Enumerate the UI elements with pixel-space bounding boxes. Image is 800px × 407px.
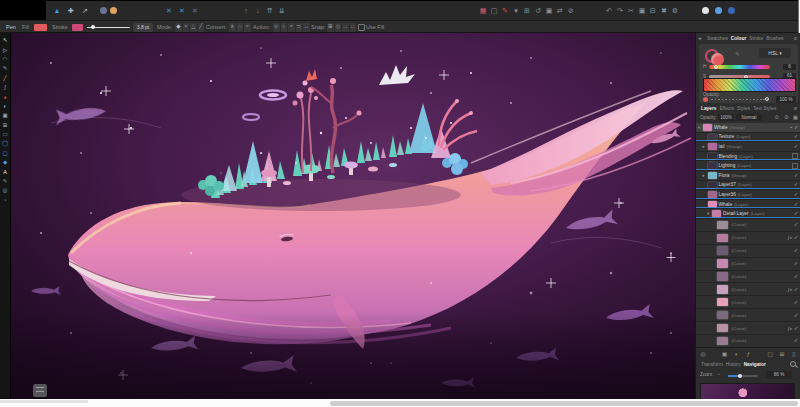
zoom-icon[interactable]: ◦ bbox=[718, 370, 720, 379]
move-to-front-icon[interactable]: ⇈ bbox=[265, 4, 275, 16]
arrange-icon-1[interactable]: ✕ bbox=[164, 4, 174, 16]
undo-icon[interactable]: ↶ bbox=[604, 4, 614, 16]
layer-thumbnail[interactable] bbox=[708, 182, 717, 189]
move-backward-icon[interactable]: ↓ bbox=[253, 4, 263, 16]
layer-row[interactable]: ▾Whale(Group)▪✓ bbox=[696, 123, 800, 133]
layer-thumbnail[interactable] bbox=[708, 172, 717, 179]
visibility-checkbox-checked-icon[interactable]: ✓ bbox=[794, 248, 798, 253]
tab-brushes[interactable]: Brushes bbox=[766, 36, 784, 41]
tab-colour[interactable]: Colour bbox=[731, 36, 746, 41]
zoom-slider[interactable] bbox=[728, 375, 758, 377]
layer-row[interactable]: (Curve)✓ bbox=[696, 335, 800, 347]
layer-effects-icon[interactable]: ƒ bbox=[745, 349, 753, 358]
tab-swatches[interactable]: Swatches bbox=[707, 36, 728, 41]
snap-geometry-icon[interactable]: ∷ bbox=[350, 23, 357, 32]
transform-anchor-icon[interactable]: ✚ bbox=[66, 4, 76, 16]
layer-row[interactable]: ▸tail(Group)✓ bbox=[696, 142, 800, 152]
fx-icon[interactable]: ƒx bbox=[787, 287, 792, 292]
visibility-checkbox-checked-icon[interactable]: ✓ bbox=[794, 300, 798, 305]
join-curves-icon[interactable]: ⊃ bbox=[296, 23, 303, 32]
visibility-checkbox-checked-icon[interactable]: ✓ bbox=[794, 211, 798, 216]
layer-row[interactable]: (Curve)✓ bbox=[696, 258, 800, 271]
tab-history[interactable]: History bbox=[726, 362, 741, 367]
layer-thumbnail[interactable] bbox=[708, 153, 717, 160]
tab-transform[interactable]: Transform bbox=[701, 362, 723, 367]
artistic-text-tool-icon[interactable]: A bbox=[1, 169, 10, 175]
layer-thumbnail[interactable] bbox=[717, 324, 728, 333]
fill-swatch[interactable] bbox=[34, 24, 47, 31]
layer-row[interactable]: (Curve)ƒx✓ bbox=[696, 322, 800, 335]
snap-manager-icon[interactable]: ⊞ bbox=[522, 4, 532, 16]
zoom-slider-knob[interactable] bbox=[738, 374, 742, 378]
layer-row[interactable]: (Curve)✓ bbox=[696, 271, 800, 284]
copy-icon[interactable]: ▣ bbox=[637, 4, 647, 16]
opacity-slider[interactable] bbox=[711, 99, 769, 100]
layer-thumbnail[interactable] bbox=[717, 298, 728, 307]
layer-row[interactable]: Texture(Layer)✓ bbox=[696, 133, 800, 143]
layer-thumbnail[interactable] bbox=[717, 246, 728, 255]
layer-row[interactable]: Layer37(Layer)✓ bbox=[696, 181, 800, 191]
linked-layers-icon[interactable]: ⊘ bbox=[774, 113, 779, 122]
layer-thumbnail[interactable] bbox=[717, 259, 728, 268]
visibility-checkbox-checked-icon[interactable]: ✓ bbox=[794, 202, 798, 207]
break-curve-icon[interactable]: ∪ bbox=[273, 23, 280, 32]
tab-effects[interactable]: Effects bbox=[719, 106, 734, 111]
duplicate-icon[interactable]: ▣ bbox=[544, 4, 554, 16]
layer-thumbnail[interactable] bbox=[703, 124, 712, 131]
smooth-curve-icon[interactable]: ≈ bbox=[288, 23, 295, 32]
layer-thumbnail[interactable] bbox=[717, 234, 728, 243]
visibility-checkbox-checked-icon[interactable]: ✓ bbox=[794, 222, 798, 227]
layer-row[interactable]: (Curve)ƒx✓ bbox=[696, 232, 800, 245]
visibility-checkbox-checked-icon[interactable]: ✓ bbox=[794, 338, 798, 343]
line-mode-icon[interactable]: ╱ bbox=[198, 23, 205, 32]
visibility-checkbox-checked-icon[interactable]: ✓ bbox=[794, 182, 798, 187]
zoom-value[interactable]: 66 % bbox=[766, 371, 792, 379]
reverse-curves-icon[interactable]: ↔ bbox=[303, 23, 310, 32]
remove-layer-icon[interactable]: ▯ bbox=[790, 349, 798, 358]
layer-row[interactable]: (Curve)✓ bbox=[696, 219, 800, 232]
visibility-checkbox-checked-icon[interactable]: ✓ bbox=[794, 261, 798, 266]
stroke-swatch[interactable] bbox=[72, 24, 83, 31]
layer-settings-icon[interactable]: ⚙ bbox=[784, 113, 789, 122]
visibility-checkbox-checked-icon[interactable]: ✓ bbox=[794, 134, 798, 139]
lock-toggle-icon[interactable]: ⊘ bbox=[566, 4, 576, 16]
panel-collapse-icon[interactable]: ▸ bbox=[699, 34, 702, 43]
layer-thumbnail[interactable] bbox=[708, 162, 717, 169]
layer-row[interactable]: Whale(Layer)✓ bbox=[696, 200, 800, 210]
snap-off-curve-icon[interactable]: ∴ bbox=[342, 23, 349, 32]
visibility-checkbox-checked-icon[interactable]: ✓ bbox=[794, 144, 798, 149]
redo-icon[interactable]: ↷ bbox=[615, 4, 625, 16]
lock-icon[interactable]: ▪ bbox=[790, 125, 792, 130]
arrange-icon-2[interactable]: ✕ bbox=[177, 4, 187, 16]
visibility-checkbox-checked-icon[interactable]: ✓ bbox=[794, 287, 798, 292]
convert-smart-icon[interactable]: ≈ bbox=[244, 23, 251, 32]
mask-layer-icon[interactable]: ▣ bbox=[721, 349, 729, 358]
stroke-width-value[interactable]: 3.8 pt bbox=[133, 23, 153, 32]
layer-row[interactable]: Layer36(Layer)✓ bbox=[696, 190, 800, 200]
visibility-checkbox-checked-icon[interactable]: ✓ bbox=[794, 313, 798, 318]
layer-row[interactable]: ▸Flora(Group)✓ bbox=[696, 171, 800, 181]
cut-icon[interactable]: ✂ bbox=[626, 4, 636, 16]
dock-bar[interactable] bbox=[330, 401, 798, 406]
red-pencil-icon[interactable]: ✎ bbox=[500, 4, 510, 16]
visibility-checkbox-checked-icon[interactable]: ✓ bbox=[794, 125, 798, 130]
visibility-checkbox-unchecked-icon[interactable] bbox=[792, 163, 798, 169]
rounded-rectangle-tool-icon[interactable]: ▢ bbox=[1, 151, 10, 157]
layer-thumbnail[interactable] bbox=[708, 134, 717, 141]
colour-picker-icon[interactable]: ✎ bbox=[735, 50, 740, 59]
layers-panel-menu-icon[interactable]: ≡ bbox=[794, 104, 797, 113]
layer-thumbnail[interactable] bbox=[717, 311, 728, 320]
slider-knob[interactable] bbox=[714, 65, 718, 69]
view-mode-blue-icon[interactable] bbox=[715, 7, 722, 14]
tab-layers[interactable]: Layers bbox=[701, 106, 716, 111]
pen-mode-icon[interactable]: ◆ bbox=[175, 23, 182, 32]
colour-model-select[interactable]: HSL ▾ bbox=[759, 48, 791, 58]
move-tool-icon[interactable]: ↖ bbox=[1, 38, 10, 44]
move-to-back-icon[interactable]: ⇊ bbox=[277, 4, 287, 16]
colour-spectrum[interactable] bbox=[703, 78, 796, 92]
use-fill-checkbox[interactable] bbox=[358, 24, 365, 31]
move-forward-icon[interactable]: ↑ bbox=[241, 4, 251, 16]
snap-to-grid-icon[interactable]: ⊞ bbox=[327, 23, 334, 32]
layer-thumbnail[interactable] bbox=[717, 337, 728, 346]
tab-navigator[interactable]: Navigator bbox=[744, 362, 766, 367]
